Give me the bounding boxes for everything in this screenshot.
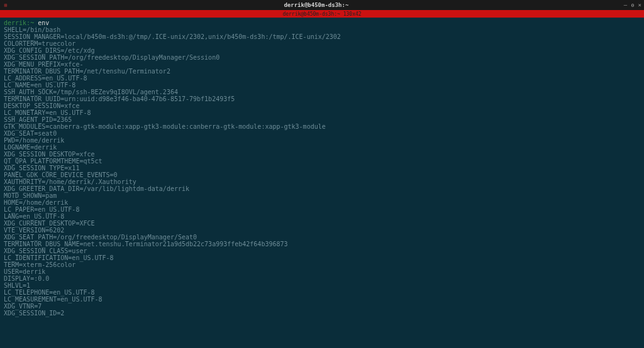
env-line: SHLVL=1 bbox=[4, 282, 640, 289]
env-line: PANEL_GDK_CORE_DEVICE_EVENTS=0 bbox=[4, 171, 640, 178]
env-line: LC_ADDRESS=en_US.UTF-8 bbox=[4, 75, 640, 82]
minimize-button[interactable]: — bbox=[624, 3, 627, 8]
env-line: LOGNAME=derrik bbox=[4, 144, 640, 151]
title-bar-left: ⊞ bbox=[3, 2, 9, 8]
env-line: LC_IDENTIFICATION=en_US.UTF-8 bbox=[4, 254, 640, 261]
prompt-command: env bbox=[34, 19, 49, 26]
env-line: VTE_VERSION=6202 bbox=[4, 227, 640, 234]
env-line: LC_NAME=en_US.UTF-8 bbox=[4, 82, 640, 89]
env-line: XDG_CONFIG_DIRS=/etc/xdg bbox=[4, 47, 640, 54]
env-line: XDG_GREETER_DATA_DIR=/var/lib/lightdm-da… bbox=[4, 185, 640, 192]
env-line: XDG_CURRENT_DESKTOP=XFCE bbox=[4, 220, 640, 227]
env-line: SSH_AGENT_PID=2365 bbox=[4, 116, 640, 123]
env-line: TERM=xterm-256color bbox=[4, 261, 640, 268]
env-line: SESSION_MANAGER=local/b450m-ds3h:@/tmp/.… bbox=[4, 33, 640, 40]
env-line: QT_QPA_PLATFORMTHEME=qt5ct bbox=[4, 158, 640, 165]
prompt-line: derrik:~ env bbox=[4, 19, 640, 26]
env-line: USER=derrik bbox=[4, 268, 640, 275]
env-line: LC_TELEPHONE=en_US.UTF-8 bbox=[4, 289, 640, 296]
env-line: PWD=/home/derrik bbox=[4, 137, 640, 144]
env-line: LANG=en_US.UTF-8 bbox=[4, 213, 640, 220]
env-line: DISPLAY=:0.0 bbox=[4, 275, 640, 282]
env-line: XDG_SESSION_DESKTOP=xfce bbox=[4, 151, 640, 158]
env-line: XDG_MENU_PREFIX=xfce- bbox=[4, 61, 640, 68]
tab-label[interactable]: derrik@b450m-ds3h:~ 130x42 bbox=[282, 11, 361, 17]
env-line: XAUTHORITY=/home/derrik/.Xauthority bbox=[4, 178, 640, 185]
env-line: XDG_SESSION_CLASS=user bbox=[4, 247, 640, 254]
env-line: SSH_AUTH_SOCK=/tmp/ssh-BEZev9qI8OVL/agen… bbox=[4, 89, 640, 95]
env-line: SHELL=/bin/bash bbox=[4, 26, 640, 33]
env-line: XDG_SESSION_ID=2 bbox=[4, 310, 640, 317]
tab-bar: derrik@b450m-ds3h:~ 130x42 bbox=[0, 10, 644, 18]
terminal-pane[interactable]: derrik:~ env SHELL=/bin/bashSESSION_MANA… bbox=[0, 18, 644, 318]
window-title: derrik@b450m-ds3h:~ bbox=[9, 2, 624, 8]
env-line: TERMINATOR_DBUS_PATH=/net/tenshu/Termina… bbox=[4, 68, 640, 75]
env-line: XDG_SESSION_PATH=/org/freedesktop/Displa… bbox=[4, 54, 640, 61]
env-line: XDG_SESSION_TYPE=x11 bbox=[4, 165, 640, 171]
env-line: XDG_VTNR=7 bbox=[4, 303, 640, 310]
env-output: SHELL=/bin/bashSESSION_MANAGER=local/b45… bbox=[4, 26, 640, 317]
close-button[interactable]: ⨯ bbox=[638, 3, 641, 8]
env-line: HOME=/home/derrik bbox=[4, 199, 640, 206]
maximize-button[interactable]: ɵ bbox=[631, 3, 634, 8]
env-line: XDG_SEAT=seat0 bbox=[4, 130, 640, 137]
env-line: TERMINATOR_UUID=urn:uuid:d98e3f46-ba40-4… bbox=[4, 95, 640, 102]
window-controls: — ɵ ⨯ bbox=[624, 3, 641, 8]
title-bar: ⊞ derrik@b450m-ds3h:~ — ɵ ⨯ bbox=[0, 0, 644, 10]
env-line: DESKTOP_SESSION=xfce bbox=[4, 102, 640, 109]
env-line: TERMINATOR_DBUS_NAME=net.tenshu.Terminat… bbox=[4, 241, 640, 247]
env-line: LC_MEASUREMENT=en_US.UTF-8 bbox=[4, 296, 640, 303]
env-line: GTK_MODULES=canberra-gtk-module:xapp-gtk… bbox=[4, 123, 640, 130]
env-line: XDG_SEAT_PATH=/org/freedesktop/DisplayMa… bbox=[4, 234, 640, 241]
env-line: LC_PAPER=en_US.UTF-8 bbox=[4, 206, 640, 213]
prompt-user-host: derrik:~ bbox=[4, 19, 34, 26]
env-line: MOTD_SHOWN=pam bbox=[4, 192, 640, 199]
terminator-icon: ⊞ bbox=[3, 2, 9, 8]
env-line: COLORTERM=truecolor bbox=[4, 40, 640, 47]
env-line: LC_MONETARY=en_US.UTF-8 bbox=[4, 109, 640, 116]
